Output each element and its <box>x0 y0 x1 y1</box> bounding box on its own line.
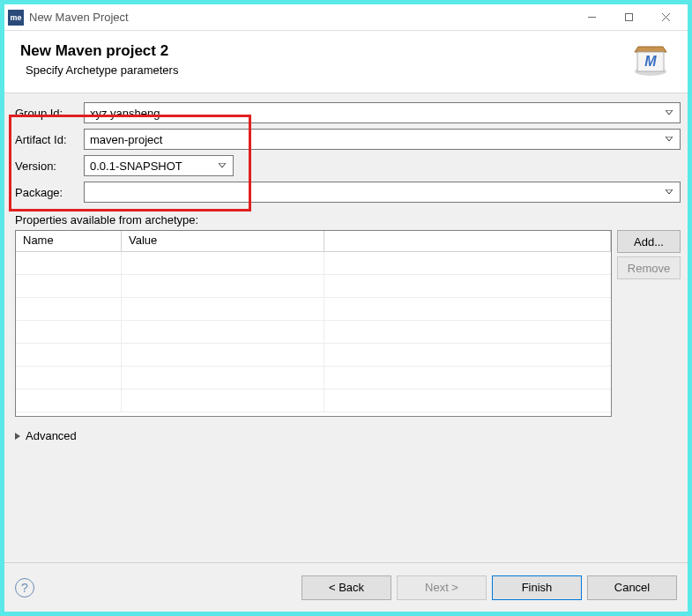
wizard-subtitle: Specify Archetype parameters <box>20 63 629 77</box>
properties-table-body <box>16 252 611 416</box>
properties-label: Properties available from archetype: <box>11 208 681 230</box>
svg-text:M: M <box>644 54 657 69</box>
maven-icon: M <box>629 40 672 78</box>
column-header-spacer <box>324 231 611 252</box>
maximize-button[interactable] <box>610 5 647 30</box>
window-titlebar: me New Maven Project <box>4 4 688 31</box>
svg-rect-1 <box>625 14 632 21</box>
table-row[interactable] <box>16 321 611 344</box>
version-select[interactable]: 0.0.1-SNAPSHOT <box>84 155 234 176</box>
advanced-toggle[interactable]: Advanced <box>11 417 681 455</box>
chevron-down-icon[interactable] <box>215 163 229 168</box>
chevron-down-icon[interactable] <box>662 189 676 195</box>
properties-table[interactable]: Name Value <box>15 230 612 417</box>
column-header-name[interactable]: Name <box>16 231 122 252</box>
table-row[interactable] <box>16 367 611 390</box>
advanced-label: Advanced <box>26 429 77 442</box>
chevron-down-icon[interactable] <box>662 110 676 115</box>
package-input[interactable] <box>84 182 681 203</box>
artifact-id-value: maven-project <box>90 133 662 146</box>
wizard-footer: ? < Back Next > Finish Cancel <box>4 562 688 612</box>
group-id-value: xyz.yansheng <box>90 107 662 120</box>
cancel-button[interactable]: Cancel <box>587 575 677 600</box>
table-row[interactable] <box>16 252 611 275</box>
table-row[interactable] <box>16 390 611 412</box>
column-header-value[interactable]: Value <box>122 231 324 252</box>
close-button[interactable] <box>647 5 684 30</box>
table-row[interactable] <box>16 298 611 321</box>
table-row[interactable] <box>16 275 611 298</box>
next-button: Next > <box>397 575 487 600</box>
window-title: New Maven Project <box>29 11 573 24</box>
chevron-down-icon[interactable] <box>662 137 676 142</box>
finish-button[interactable]: Finish <box>492 575 582 600</box>
app-icon: me <box>8 10 24 26</box>
group-id-label: Group Id: <box>11 107 84 120</box>
back-button[interactable]: < Back <box>301 575 391 600</box>
wizard-header: New Maven project 2 Specify Archetype pa… <box>4 31 688 93</box>
add-button[interactable]: Add... <box>617 230 681 253</box>
triangle-right-icon <box>15 433 22 440</box>
artifact-id-label: Artifact Id: <box>11 133 84 146</box>
package-label: Package: <box>11 186 84 199</box>
table-row[interactable] <box>16 344 611 367</box>
help-icon[interactable]: ? <box>15 578 34 597</box>
version-label: Version: <box>11 160 84 173</box>
remove-button: Remove <box>617 256 681 279</box>
wizard-title: New Maven project 2 <box>20 42 629 60</box>
minimize-button[interactable] <box>573 5 610 30</box>
artifact-id-input[interactable]: maven-project <box>84 129 681 150</box>
version-value: 0.0.1-SNAPSHOT <box>90 160 215 173</box>
group-id-input[interactable]: xyz.yansheng <box>84 102 681 123</box>
